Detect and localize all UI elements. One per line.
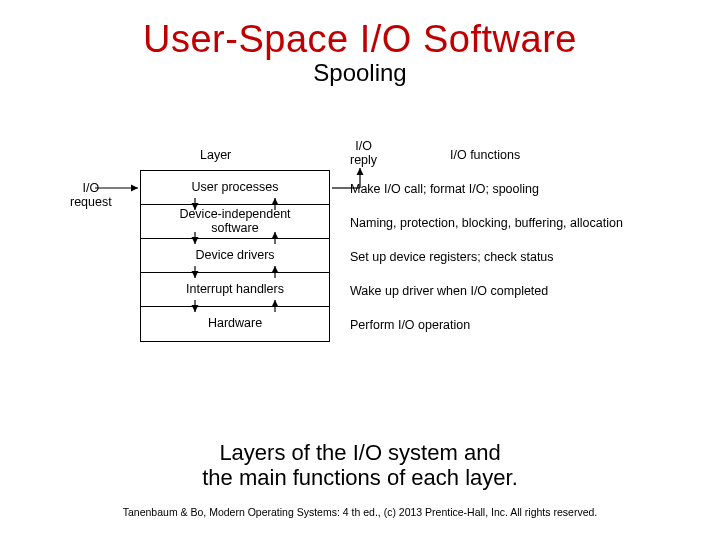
copyright-footer: Tanenbaum & Bo, Modern Operating Systems… (0, 506, 720, 518)
caption-line: Layers of the I/O system and (219, 440, 500, 465)
io-request-label: I/Orequest (70, 182, 112, 210)
layer-function: Naming, protection, blocking, buffering,… (350, 216, 650, 230)
layer-box: Interrupt handlers (141, 273, 329, 307)
io-layers-diagram: Layer I/Oreply I/O functions I/Orequest … (80, 140, 640, 400)
slide-title: User-Space I/O Software (0, 0, 720, 61)
figure-caption: Layers of the I/O system and the main fu… (0, 440, 720, 491)
caption-line: the main functions of each layer. (202, 465, 518, 490)
layer-box: Hardware (141, 307, 329, 341)
io-functions-header: I/O functions (450, 148, 520, 162)
layer-box: Device-independentsoftware (141, 205, 329, 239)
slide-subtitle: Spooling (0, 59, 720, 87)
layer-function: Make I/O call; format I/O; spooling (350, 182, 650, 196)
layer-stack: User processes Device-independentsoftwar… (140, 170, 330, 342)
layer-function: Wake up driver when I/O completed (350, 284, 650, 298)
layer-box: User processes (141, 171, 329, 205)
io-reply-header: I/Oreply (350, 140, 377, 168)
layer-function: Perform I/O operation (350, 318, 650, 332)
column-headers: Layer (140, 148, 330, 170)
layer-function: Set up device registers; check status (350, 250, 650, 264)
slide: User-Space I/O Software Spooling Layer I… (0, 0, 720, 540)
layer-box: Device drivers (141, 239, 329, 273)
layer-header: Layer (200, 148, 231, 162)
